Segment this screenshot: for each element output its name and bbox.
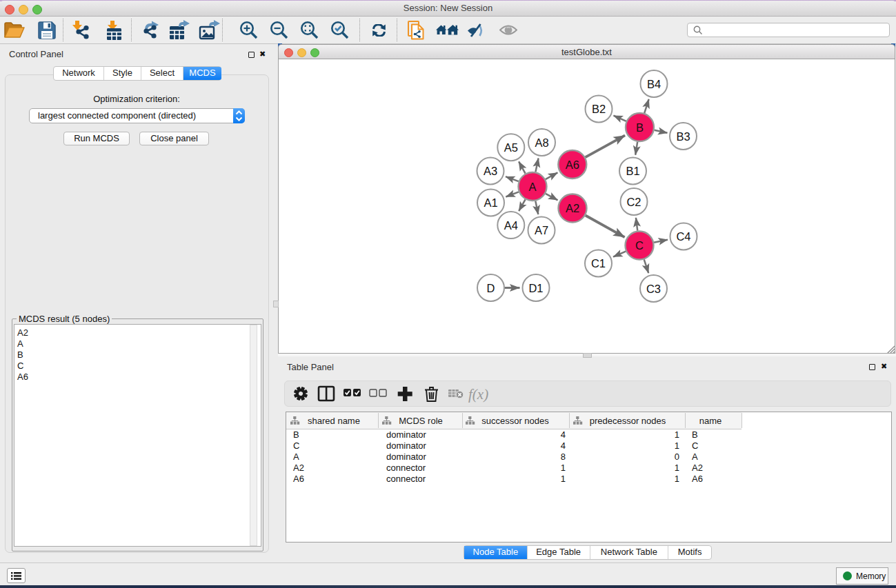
svg-text:A8: A8 [535,136,548,149]
svg-text:D1: D1 [528,282,543,294]
svg-text:C: C [635,239,644,252]
svg-text:A4: A4 [504,219,518,232]
svg-text:successor nodes: successor nodes [481,416,549,426]
svg-text:f(x): f(x) [468,386,488,403]
svg-text:B1: B1 [626,165,639,177]
svg-text:A2: A2 [566,202,579,214]
svg-text:A1: A1 [484,196,497,209]
svg-text:A5: A5 [504,141,518,154]
svg-text:A3: A3 [484,165,497,177]
svg-text:A6: A6 [566,159,579,171]
svg-text:C1: C1 [591,257,606,270]
svg-text:C2: C2 [626,196,641,208]
svg-text:predecessor nodes: predecessor nodes [590,416,666,426]
svg-text:D: D [487,282,495,294]
svg-text:C4: C4 [676,230,690,243]
svg-text:MCDS role: MCDS role [399,416,443,426]
svg-text:A7: A7 [535,224,548,236]
svg-text:C3: C3 [646,283,661,295]
svg-text:A: A [528,181,536,193]
svg-text:shared name: shared name [308,416,360,426]
svg-text:B2: B2 [592,103,606,115]
svg-text:B4: B4 [647,78,661,90]
svg-text:B3: B3 [676,130,690,143]
svg-text:name: name [699,416,722,426]
svg-text:B: B [636,121,644,134]
